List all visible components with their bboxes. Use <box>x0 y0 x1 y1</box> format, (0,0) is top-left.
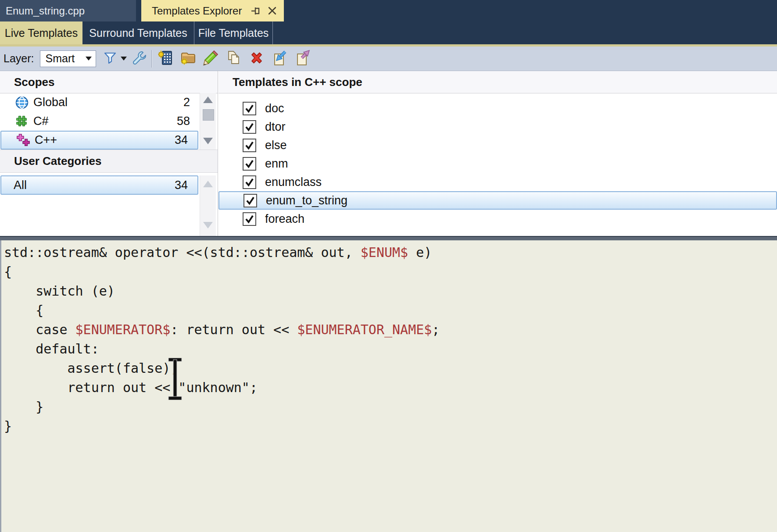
scopes-scrollbar[interactable] <box>200 93 216 150</box>
content-area: Scopes Global2C#58C++34 User Categories … <box>0 71 777 236</box>
layer-label: Layer: <box>4 52 34 65</box>
template-label: enm <box>265 157 288 171</box>
filter-icon <box>103 51 117 67</box>
code-line: switch (e) <box>1 282 777 301</box>
template-checkbox[interactable] <box>243 194 257 207</box>
duplicate-template-button[interactable] <box>224 49 243 68</box>
tab-surround-templates[interactable]: Surround Templates <box>82 21 194 44</box>
scope-label: C++ <box>35 133 57 147</box>
template-label: enum_to_string <box>266 194 347 207</box>
template-code-preview: std::ostream& operator <<(std::ostream& … <box>0 240 777 532</box>
template-row-enum_to_string[interactable]: enum_to_string <box>218 191 777 210</box>
settings-button[interactable] <box>129 49 149 68</box>
scroll-down-icon[interactable] <box>203 138 213 144</box>
code-line: return out << "unknown"; <box>1 378 777 397</box>
scroll-up-icon[interactable] <box>203 96 213 103</box>
tab-templates-explorer[interactable]: Templates Explorer <box>141 0 284 21</box>
template-kind-tabs: Live Templates Surround Templates File T… <box>0 21 777 44</box>
categories-scrollbar[interactable] <box>200 175 216 236</box>
scopes-header: Scopes <box>0 71 218 93</box>
template-checkbox[interactable] <box>243 212 256 226</box>
scroll-up-icon[interactable] <box>203 181 213 187</box>
user-categories-header: User Categories <box>0 150 218 173</box>
layer-combobox[interactable]: Smart <box>40 50 96 67</box>
category-label: All <box>14 179 27 192</box>
templates-explorer-window: Enum_string.cpp Templates Explorer Live … <box>0 0 777 532</box>
template-checkbox[interactable] <box>243 175 256 189</box>
toolbar-buttons <box>156 49 312 68</box>
template-macro: $ENUMERATOR$ <box>75 322 171 337</box>
tab-file-templates[interactable]: File Templates <box>194 21 273 44</box>
splitter[interactable] <box>0 236 777 240</box>
scroll-down-icon[interactable] <box>203 222 213 229</box>
templates-panel: Templates in C++ scope docdtorelseenmenu… <box>218 71 777 236</box>
scope-row-global[interactable]: Global2 <box>0 93 200 112</box>
code-lines: std::ostream& operator <<(std::ostream& … <box>1 243 777 436</box>
code-line: assert(false); <box>1 359 777 378</box>
template-row-else[interactable]: else <box>218 136 777 154</box>
scope-count: 34 <box>175 133 188 147</box>
template-row-dtor[interactable]: dtor <box>218 118 777 136</box>
settings-wrench-icon <box>131 50 147 68</box>
user-categories-list: All34 <box>0 175 200 195</box>
tab-surround-templates-label: Surround Templates <box>89 27 187 39</box>
import-templates-button[interactable] <box>270 49 289 68</box>
edit-template-button[interactable] <box>201 49 221 68</box>
category-count: 34 <box>175 179 188 192</box>
tab-live-templates-label: Live Templates <box>5 27 78 39</box>
new-category-icon <box>180 50 196 68</box>
template-checkbox[interactable] <box>243 139 256 152</box>
export-templates-button[interactable] <box>293 49 312 68</box>
template-label: foreach <box>265 212 304 226</box>
code-line: } <box>1 417 777 436</box>
scope-row-c[interactable]: C++34 <box>0 131 198 150</box>
scope-count: 58 <box>177 114 190 128</box>
ibeam-cursor-icon <box>167 358 183 400</box>
template-macro: $ENUM$ <box>361 245 408 260</box>
scopes-list: Global2C#58C++34 <box>0 93 200 150</box>
export-templates-icon <box>294 50 310 68</box>
chevron-down-icon <box>86 57 92 61</box>
template-checkbox[interactable] <box>243 102 256 115</box>
code-line: { <box>1 301 777 320</box>
template-label: dtor <box>265 120 286 134</box>
code-line: { <box>1 262 777 282</box>
template-checkbox[interactable] <box>243 120 256 134</box>
csharp-icon <box>15 114 29 129</box>
doc-tab-label: Enum_string.cpp <box>6 5 85 17</box>
toolbar: Layer: Smart <box>0 46 777 71</box>
template-checkbox[interactable] <box>243 157 256 171</box>
tab-file-templates-label: File Templates <box>198 27 269 39</box>
scopes-header-label: Scopes <box>14 75 55 89</box>
filter-button[interactable] <box>100 49 120 68</box>
code-line: } <box>1 397 777 417</box>
new-template-button[interactable] <box>156 49 175 68</box>
edit-template-icon <box>203 50 219 68</box>
scope-row-c[interactable]: C#58 <box>0 112 200 131</box>
code-line: std::ostream& operator <<(std::ostream& … <box>1 243 777 262</box>
template-row-foreach[interactable]: foreach <box>218 210 777 228</box>
filter-chevron-down-icon[interactable] <box>121 57 127 61</box>
close-icon[interactable] <box>267 6 278 16</box>
pin-icon[interactable] <box>251 6 261 16</box>
template-row-doc[interactable]: doc <box>218 99 777 118</box>
scope-count: 2 <box>183 96 190 109</box>
delete-template-icon <box>249 50 265 68</box>
scope-label: C# <box>33 114 49 128</box>
new-category-button[interactable] <box>179 49 198 68</box>
duplicate-template-icon <box>226 50 242 68</box>
code-line: case $ENUMERATOR$: return out << $ENUMER… <box>1 320 777 339</box>
layer-combobox-value: Smart <box>45 52 75 65</box>
template-macro: $ENUMERATOR_NAME$ <box>297 322 432 337</box>
tab-live-templates[interactable]: Live Templates <box>0 21 82 44</box>
delete-template-button[interactable] <box>247 49 266 68</box>
tab-enum-string-cpp[interactable]: Enum_string.cpp <box>0 0 136 21</box>
template-row-enm[interactable]: enm <box>218 154 777 173</box>
category-row-all[interactable]: All34 <box>0 175 198 195</box>
scope-label: Global <box>33 96 68 109</box>
scroll-thumb[interactable] <box>203 109 214 121</box>
template-label: enumclass <box>265 175 322 189</box>
cpp-icon <box>16 133 30 147</box>
template-row-enumclass[interactable]: enumclass <box>218 173 777 191</box>
toolbar-separator <box>151 50 152 68</box>
